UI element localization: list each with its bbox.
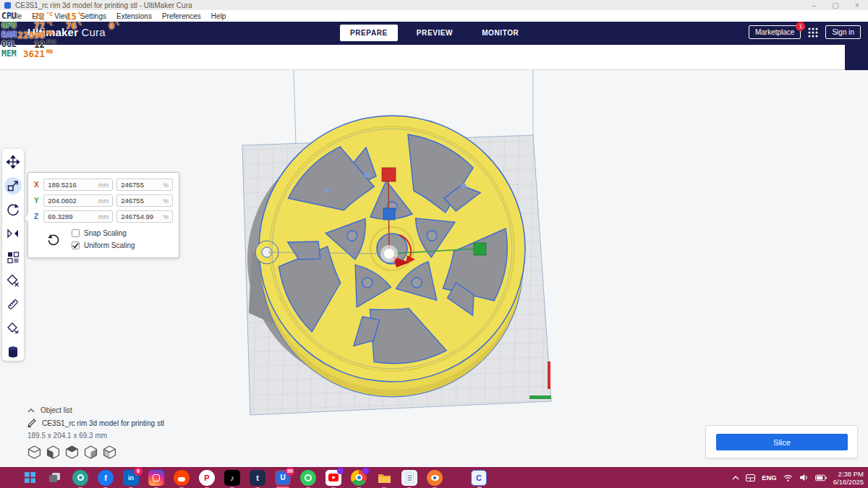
taskbar-pinterest-icon[interactable]: P — [199, 470, 215, 486]
taskbar-cura-icon[interactable]: U 99 — [275, 470, 291, 486]
taskbar-app-teal-icon[interactable] — [72, 470, 88, 486]
taskbar-clock[interactable]: 2:38 PM 6/16/2025 — [833, 470, 864, 486]
tiktok-glyph: ♪ — [230, 474, 234, 482]
menu-file[interactable]: File — [7, 12, 25, 20]
taskbar-clipchamp-icon[interactable]: C — [471, 470, 487, 486]
taskbar-chrome-icon[interactable] — [351, 470, 367, 486]
menu-preferences[interactable]: Preferences — [159, 12, 204, 20]
marketplace-button[interactable]: Marketplace 1 — [749, 25, 801, 39]
scale-x-pct-input[interactable]: 246755 % — [116, 179, 173, 191]
scale-y-pct-value: 246755 — [121, 197, 144, 205]
scale-z-pct-value: 246754.99 — [121, 213, 153, 221]
taskbar-tiktok-icon[interactable]: ♪ — [224, 470, 240, 486]
wifi-icon[interactable] — [783, 474, 793, 481]
measure-tool-icon[interactable] — [4, 296, 22, 313]
tumblr-glyph: t — [256, 474, 259, 482]
task-view-icon[interactable] — [47, 470, 63, 486]
sign-in-button[interactable]: Sign in — [825, 25, 861, 39]
view-front-icon[interactable] — [46, 445, 60, 459]
reset-scale-icon[interactable] — [47, 234, 59, 246]
cura-app-icon — [4, 2, 11, 9]
youtube-notification-dot — [337, 468, 344, 474]
volume-icon[interactable] — [799, 474, 809, 481]
minimize-button[interactable]: – — [803, 0, 825, 10]
uniform-scaling-option[interactable]: Uniform Scaling — [72, 239, 135, 252]
menu-extensions[interactable]: Extensions — [114, 12, 155, 20]
taskbar-reddit-icon[interactable] — [174, 470, 190, 486]
tray-chevron-up-icon[interactable] — [732, 476, 739, 480]
menu-view[interactable]: View — [51, 12, 73, 20]
gizmo-handle-z[interactable] — [383, 208, 395, 220]
menu-help[interactable]: Help — [208, 12, 229, 20]
gizmo-handle-y[interactable] — [474, 243, 486, 255]
scale-z-mm-input[interactable]: 69.3289 mm — [43, 210, 113, 223]
view-right-icon[interactable] — [103, 445, 116, 459]
start-button-icon[interactable] — [22, 470, 38, 486]
scale-tool-icon[interactable] — [4, 177, 22, 194]
logo-light: Cura — [82, 26, 106, 38]
unit-mm: mm — [98, 197, 109, 205]
gizmo-handle-x[interactable] — [382, 168, 396, 181]
axis-x-label: X — [34, 181, 40, 189]
axis-z-label: Z — [34, 213, 40, 221]
slice-button[interactable]: Slice — [716, 434, 848, 450]
taskbar-blender-icon[interactable] — [427, 470, 443, 486]
taskbar-whatsapp-icon[interactable] — [300, 470, 316, 486]
maximize-button[interactable]: ▢ — [825, 0, 846, 10]
window-title: CE3S1_rc rim 3d model for printing stl -… — [15, 1, 192, 9]
taskbar-linkedin-icon[interactable]: in 6 — [123, 470, 139, 486]
marketplace-label: Marketplace — [755, 28, 794, 36]
taskbar-notepad-icon[interactable] — [401, 470, 417, 486]
tab-preview[interactable]: PREVIEW — [407, 25, 463, 41]
menu-settings[interactable]: Settings — [77, 12, 109, 20]
tab-antiwarp-icon[interactable] — [4, 343, 22, 361]
menu-bar: File Edit View Settings Extensions Prefe… — [0, 10, 868, 22]
snap-scaling-option[interactable]: Snap Scaling — [72, 227, 135, 239]
unit-mm: mm — [98, 181, 109, 189]
scale-x-mm-input[interactable]: 189.5216 mm — [43, 179, 113, 191]
scale-y-pct-input[interactable]: 246755 % — [116, 194, 173, 207]
slice-panel: Slice — [705, 425, 858, 458]
object-list-header[interactable]: Object list — [27, 406, 164, 414]
snap-scaling-checkbox[interactable] — [72, 229, 80, 237]
rotate-tool-icon[interactable] — [4, 201, 22, 218]
stage-tabs: PREPARE PREVIEW MONITOR — [340, 25, 529, 41]
mirror-tool-icon[interactable] — [4, 225, 22, 242]
scale-z-pct-input[interactable]: 246754.99 % — [116, 210, 173, 223]
view-3d-icon[interactable] — [27, 445, 41, 459]
tool-panel — [2, 149, 24, 361]
support-blocker-icon[interactable] — [4, 272, 22, 289]
clipchamp-glyph: C — [476, 474, 482, 482]
menu-edit[interactable]: Edit — [29, 12, 47, 20]
custom-support-icon[interactable] — [4, 320, 22, 337]
battery-icon[interactable] — [815, 474, 827, 481]
view-left-icon[interactable] — [84, 445, 98, 459]
uniform-scaling-checkbox[interactable] — [72, 241, 80, 249]
move-tool-icon[interactable] — [4, 153, 22, 171]
scale-x-pct-value: 246755 — [121, 181, 144, 189]
apps-grid-icon[interactable] — [808, 27, 818, 38]
language-indicator[interactable]: ENG — [762, 474, 777, 481]
object-dimensions: 189.5 x 204.1 x 69.3 mm — [27, 432, 164, 440]
linkedin-badge: 6 — [134, 467, 142, 476]
close-button[interactable]: × — [846, 0, 868, 10]
per-model-settings-icon[interactable] — [4, 249, 22, 266]
facebook-glyph: f — [104, 474, 107, 482]
taskbar-file-explorer-icon[interactable] — [376, 470, 392, 486]
view-top-icon[interactable] — [65, 445, 79, 459]
taskbar-facebook-icon[interactable]: f — [98, 470, 114, 486]
app-header: Ultimaker Cura PREPARE PREVIEW MONITOR M… — [0, 22, 868, 45]
scale-tool-panel: X 189.5216 mm 246755 % Y 204.0602 mm 246… — [27, 172, 179, 258]
taskbar-youtube-icon[interactable] — [326, 470, 341, 486]
taskbar-tumblr-icon[interactable]: t — [250, 470, 265, 486]
scale-y-mm-input[interactable]: 204.0602 mm — [43, 194, 113, 207]
scale-x-mm-value: 189.5216 — [48, 181, 77, 189]
tray-window-icon[interactable] — [746, 474, 755, 481]
chrome-notification-dot — [362, 468, 369, 474]
taskbar-instagram-icon[interactable] — [148, 470, 164, 486]
tab-prepare[interactable]: PREPARE — [340, 25, 398, 41]
scale-z-mm-value: 69.3289 — [48, 213, 72, 221]
tab-monitor[interactable]: MONITOR — [472, 25, 529, 41]
uniform-scaling-label: Uniform Scaling — [84, 241, 135, 249]
object-list-item[interactable]: CE3S1_rc rim 3d model for printing stl — [27, 419, 164, 427]
